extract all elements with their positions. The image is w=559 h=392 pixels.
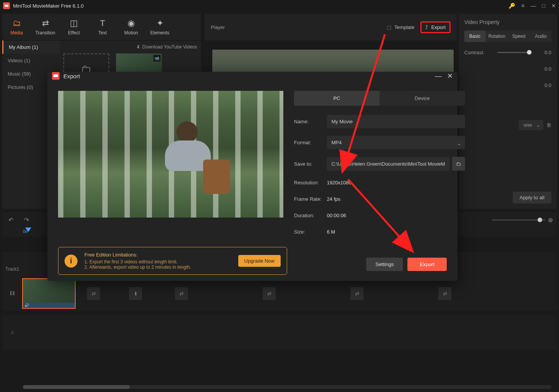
prop-value-2: 0.0 bbox=[544, 82, 551, 88]
size-value: 6 M bbox=[327, 227, 335, 236]
tab-effect[interactable]: ◫Effect bbox=[60, 18, 88, 35]
export-modal: Export — ✕ PC Device Name: Format:MP4⌄ S… bbox=[47, 72, 457, 281]
contrast-slider[interactable] bbox=[497, 52, 532, 53]
effect-icon: ◫ bbox=[60, 18, 88, 28]
export-form: PC Device Name: Format:MP4⌄ Save to:C:\U… bbox=[294, 91, 465, 244]
close-icon[interactable]: ✕ bbox=[551, 3, 556, 9]
maximize-icon[interactable]: □ bbox=[542, 3, 545, 9]
undo-icon[interactable]: ↶ bbox=[8, 216, 13, 224]
export-tab-device[interactable]: Device bbox=[380, 91, 465, 106]
transition-slot[interactable]: ⬇ bbox=[129, 287, 142, 300]
browse-button[interactable]: 🗀 bbox=[452, 157, 465, 171]
duration-value: 00:00:06 bbox=[327, 211, 346, 220]
contrast-label: Contrast: bbox=[464, 50, 485, 55]
video-track-icon: 🎞 bbox=[2, 291, 22, 296]
text-icon: T bbox=[88, 18, 117, 28]
tab-speed[interactable]: Speed bbox=[508, 31, 530, 42]
video-clip[interactable]: 🔊 bbox=[22, 278, 76, 309]
property-dropdown[interactable]: one⌄ bbox=[519, 120, 543, 130]
redo-icon[interactable]: ↷ bbox=[24, 216, 29, 224]
framerate-label: Frame Rate: bbox=[294, 196, 327, 202]
upgrade-button[interactable]: Upgrade Now bbox=[238, 255, 281, 267]
layers-icon: ⬚ bbox=[387, 24, 391, 30]
export-confirm-button[interactable]: Export bbox=[407, 258, 447, 271]
export-preview bbox=[58, 91, 283, 218]
name-label: Name: bbox=[294, 119, 327, 124]
transition-slot[interactable]: ⇄ bbox=[351, 287, 364, 300]
sidebar-item-album[interactable]: My Album (1) bbox=[2, 40, 60, 54]
name-input[interactable] bbox=[327, 115, 465, 128]
app-logo-icon bbox=[3, 2, 10, 9]
menu-icon[interactable]: ≡ bbox=[521, 3, 524, 9]
download-youtube-link[interactable]: ⬇Download YouTube Videos bbox=[63, 44, 197, 50]
timeline-scrollbar[interactable] bbox=[23, 385, 551, 389]
limitation-line-1: 1. Export the first 3 videos without len… bbox=[84, 259, 231, 265]
chevron-down-icon: ⌄ bbox=[536, 122, 540, 128]
transition-icon: ⇄ bbox=[31, 18, 60, 28]
resolution-value: 1920x1080 bbox=[327, 178, 351, 187]
video-track: 🎞 🔊 ⇄ ⬇ ⇄ ⇄ ⇄ ⇄ bbox=[2, 276, 557, 311]
limitation-title: Free Edition Limitations: bbox=[84, 252, 231, 258]
titlebar: MiniTool MovieMaker Free 6.1.0 🔑 ≡ — □ ✕ bbox=[0, 0, 559, 11]
player-header: Player ⬚Template ⤴Export bbox=[205, 14, 457, 40]
tab-text[interactable]: TText bbox=[88, 18, 117, 35]
trash-icon[interactable]: 🗑 bbox=[546, 122, 551, 128]
size-label: Size: bbox=[294, 229, 327, 235]
limitation-notice: i Free Edition Limitations: 1. Export th… bbox=[58, 247, 287, 275]
saveto-label: Save to: bbox=[294, 161, 327, 167]
duration-label: Duration: bbox=[294, 213, 327, 218]
player-label: Player bbox=[211, 24, 225, 30]
audio-track: ♫ bbox=[2, 315, 557, 350]
prop-value-1: 0.0 bbox=[544, 66, 551, 72]
tab-transition[interactable]: ⇄Transition bbox=[31, 18, 60, 35]
key-icon[interactable]: 🔑 bbox=[509, 3, 515, 9]
modal-minimize-icon[interactable]: — bbox=[435, 72, 442, 80]
contrast-value: 0.0 bbox=[544, 50, 551, 55]
modal-logo-icon bbox=[52, 72, 60, 80]
framerate-value: 24 fps bbox=[327, 195, 340, 203]
modal-title: Export bbox=[63, 73, 430, 79]
format-label: Format: bbox=[294, 140, 327, 145]
tab-media[interactable]: 🗂Media bbox=[2, 18, 31, 35]
video-property-panel: Video Property Basic Rotation Speed Audi… bbox=[459, 14, 557, 209]
sidebar-item-videos[interactable]: Videos (1) bbox=[2, 54, 60, 67]
transition-slot[interactable]: ⇄ bbox=[175, 287, 188, 300]
tab-elements[interactable]: ✦Elements bbox=[145, 18, 174, 35]
upload-icon: ⤴ bbox=[425, 24, 428, 30]
motion-icon: ◉ bbox=[117, 18, 145, 28]
export-button-top[interactable]: ⤴Export bbox=[420, 21, 451, 33]
tab-audio[interactable]: Audio bbox=[530, 31, 552, 42]
folder-icon: 🗂 bbox=[2, 18, 31, 28]
transition-slot[interactable]: ⇄ bbox=[87, 287, 100, 300]
audio-indicator: 🔊 bbox=[23, 303, 75, 308]
transition-slot[interactable]: ⇄ bbox=[438, 287, 451, 300]
saveto-input[interactable]: C:\Users\Helen Green\Documents\MiniTool … bbox=[327, 157, 450, 171]
tab-rotation[interactable]: Rotation bbox=[486, 31, 508, 42]
format-select[interactable]: MP4⌄ bbox=[327, 136, 465, 149]
property-title: Video Property bbox=[464, 19, 551, 25]
settings-button[interactable]: Settings bbox=[366, 258, 403, 271]
elements-icon: ✦ bbox=[145, 18, 174, 28]
zoom-in-icon[interactable]: ⊕ bbox=[548, 216, 553, 224]
playhead-icon[interactable] bbox=[25, 227, 31, 232]
template-button[interactable]: ⬚Template bbox=[387, 24, 415, 30]
window-title: MiniTool MovieMaker Free 6.1.0 bbox=[13, 3, 509, 9]
video-icon: 📹 bbox=[153, 55, 160, 61]
minimize-icon[interactable]: — bbox=[531, 3, 536, 9]
limitation-line-2: 2. Afterwards, export video up to 2 minu… bbox=[84, 265, 231, 270]
info-icon: i bbox=[65, 255, 78, 268]
folder-icon: 🗀 bbox=[456, 161, 461, 167]
track-label: Track1 bbox=[2, 266, 22, 272]
tab-motion[interactable]: ◉Motion bbox=[117, 18, 145, 35]
zoom-slider[interactable] bbox=[492, 219, 545, 221]
export-tab-pc[interactable]: PC bbox=[294, 91, 380, 106]
chevron-down-icon: ⌄ bbox=[457, 140, 461, 146]
download-icon: ⬇ bbox=[136, 44, 140, 50]
audio-track-icon: ♫ bbox=[2, 330, 22, 335]
transition-slot[interactable]: ⇄ bbox=[263, 287, 276, 300]
modal-close-icon[interactable]: ✕ bbox=[447, 72, 453, 80]
apply-to-all-button[interactable]: Apply to all bbox=[513, 192, 551, 203]
main-toolbar: 🗂Media ⇄Transition ◫Effect TText ◉Motion… bbox=[2, 14, 201, 40]
tab-basic[interactable]: Basic bbox=[464, 31, 486, 42]
resolution-label: Resolution: bbox=[294, 180, 327, 186]
